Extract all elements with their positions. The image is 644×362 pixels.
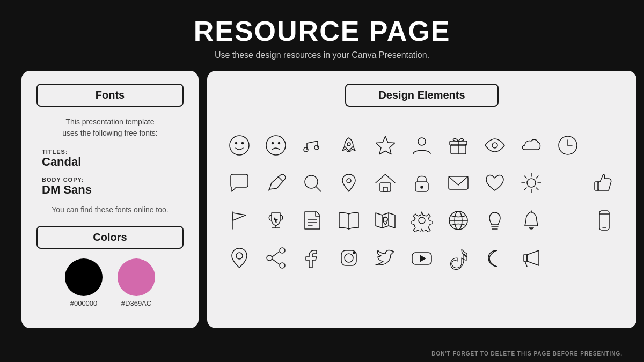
share-icon xyxy=(259,241,293,275)
youtube-icon xyxy=(405,241,439,275)
star-icon xyxy=(368,128,402,162)
fonts-heading: Fonts xyxy=(36,84,184,107)
document-icon xyxy=(295,203,330,238)
twitter-icon xyxy=(368,241,402,275)
svg-point-14 xyxy=(492,143,497,148)
svg-point-6 xyxy=(304,147,308,152)
svg-line-36 xyxy=(524,188,526,190)
svg-point-4 xyxy=(272,143,274,144)
user-icon xyxy=(405,128,439,162)
svg-line-65 xyxy=(272,259,280,264)
facebook-icon xyxy=(295,241,330,275)
clock-icon xyxy=(551,128,585,162)
svg-marker-70 xyxy=(420,255,426,262)
mobile-icon xyxy=(587,203,621,238)
right-panel: Design Elements xyxy=(207,71,636,328)
page-subtitle: Use these design resources in your Canva… xyxy=(0,50,644,60)
svg-line-64 xyxy=(272,252,280,257)
svg-point-61 xyxy=(280,248,285,253)
color-swatches: #000000 #D369AC xyxy=(36,258,184,307)
colors-heading: Colors xyxy=(36,226,184,249)
moon-icon xyxy=(478,241,512,275)
pin-icon xyxy=(332,166,366,200)
svg-point-2 xyxy=(242,143,244,144)
globe-icon xyxy=(441,203,475,238)
eye-icon xyxy=(478,128,512,162)
svg-point-63 xyxy=(280,263,285,268)
trophy-icon xyxy=(259,203,293,238)
color-swatch-pink: #D369AC xyxy=(118,258,155,307)
page-title: RESOURCE PAGE xyxy=(0,15,644,47)
rocket-icon xyxy=(332,128,366,162)
svg-point-0 xyxy=(230,136,249,155)
fonts-description: This presentation templateuses the follo… xyxy=(36,116,184,139)
search-icon xyxy=(295,166,330,200)
colors-section: Colors #000000 #D369AC xyxy=(36,226,184,307)
left-panel: Fonts This presentation templateuses the… xyxy=(21,71,199,328)
flag-icon xyxy=(222,203,257,238)
svg-point-60 xyxy=(236,253,243,259)
cloud-icon xyxy=(514,128,548,162)
svg-line-71 xyxy=(525,261,527,267)
fonts-find-text: You can find these fonts online too. xyxy=(36,205,184,214)
svg-marker-45 xyxy=(376,213,395,228)
svg-line-19 xyxy=(278,176,282,181)
svg-point-68 xyxy=(353,252,355,254)
icons-grid xyxy=(222,128,621,275)
svg-point-26 xyxy=(421,186,423,188)
svg-point-20 xyxy=(305,175,318,188)
empty-4 xyxy=(551,241,585,275)
lock-icon xyxy=(405,166,439,200)
footer-text: DON'T FORGET TO DELETE THIS PAGE BEFORE … xyxy=(431,351,623,357)
gear-icon xyxy=(405,203,439,238)
color-hex-black: #000000 xyxy=(70,299,98,307)
svg-point-7 xyxy=(314,145,319,150)
thumbs-up-icon xyxy=(587,166,621,200)
color-swatch-black: #000000 xyxy=(65,258,103,307)
title-font-label: TITLES: xyxy=(42,149,184,155)
svg-line-34 xyxy=(536,188,538,190)
svg-point-5 xyxy=(279,143,280,144)
instagram-icon xyxy=(332,241,366,275)
lightbulb-icon xyxy=(478,203,512,238)
svg-point-3 xyxy=(266,136,286,155)
svg-point-1 xyxy=(236,143,237,144)
map-icon xyxy=(368,203,402,238)
title-font-name: Candal xyxy=(42,155,184,169)
svg-line-18 xyxy=(268,189,269,190)
svg-point-22 xyxy=(347,179,351,183)
color-circle-pink xyxy=(118,258,155,296)
bell-icon xyxy=(514,203,548,238)
empty-2 xyxy=(551,166,585,200)
empty-3 xyxy=(551,203,585,238)
gift-icon xyxy=(441,128,475,162)
smile-icon xyxy=(222,128,257,162)
megaphone-icon xyxy=(514,241,548,275)
body-font-name: DM Sans xyxy=(42,183,184,197)
svg-point-67 xyxy=(345,254,353,262)
location-pin-icon xyxy=(222,241,257,275)
home-icon xyxy=(368,166,402,200)
music-notes-icon xyxy=(295,128,330,162)
body-font-label: BODY COPY: xyxy=(42,176,184,183)
tiktok-icon xyxy=(441,241,475,275)
pencil-icon xyxy=(259,166,293,200)
empty-1 xyxy=(587,128,621,162)
svg-point-10 xyxy=(418,138,426,145)
color-circle-black xyxy=(65,258,103,296)
mail-icon xyxy=(441,166,475,200)
svg-rect-27 xyxy=(449,176,468,189)
color-hex-pink: #D369AC xyxy=(121,299,151,307)
svg-point-49 xyxy=(419,217,425,224)
svg-rect-37 xyxy=(595,182,599,190)
chat-bubble-icon xyxy=(222,166,257,200)
svg-marker-9 xyxy=(376,136,395,154)
svg-point-8 xyxy=(347,143,350,146)
svg-line-35 xyxy=(536,176,538,178)
sad-face-icon xyxy=(259,128,293,162)
svg-point-62 xyxy=(267,255,272,261)
book-icon xyxy=(332,203,366,238)
svg-point-28 xyxy=(527,179,536,187)
heart-icon xyxy=(478,166,512,200)
design-elements-heading: Design Elements xyxy=(345,84,498,107)
